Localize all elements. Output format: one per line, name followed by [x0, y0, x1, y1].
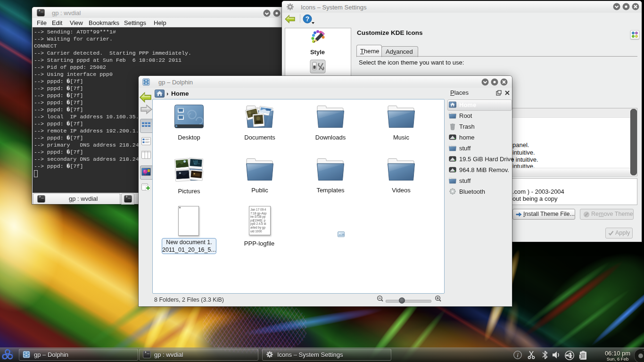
svg-text:i: i [517, 352, 519, 359]
svg-text:?: ? [305, 15, 310, 23]
